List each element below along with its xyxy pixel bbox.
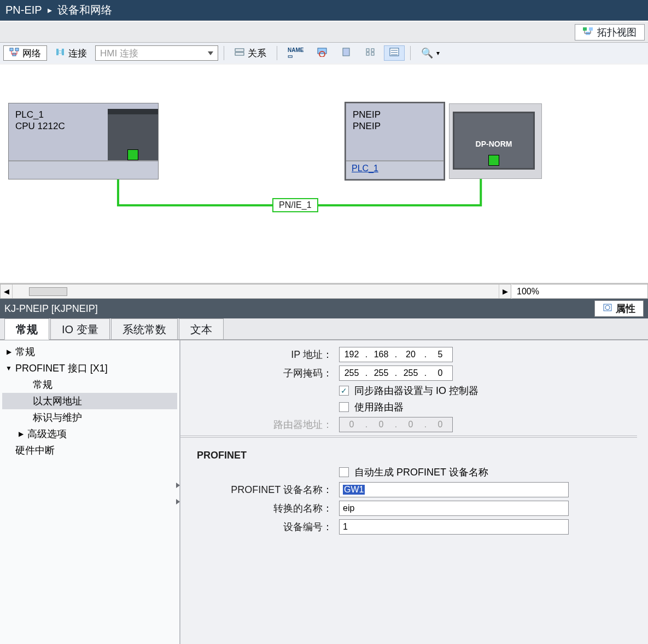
svg-rect-15: [371, 49, 374, 51]
relations-icon: [235, 48, 244, 59]
page-break-icon: [341, 47, 352, 60]
chevron-down-icon: [208, 51, 213, 55]
canvas-footer: ◀ ▶ 100%: [0, 283, 648, 299]
tree-profinet-interface[interactable]: ▼PROFINET 接口 [X1]: [2, 360, 177, 376]
tree-advanced[interactable]: ▶高级选项: [2, 426, 177, 442]
converted-name-label: 转换的名称：: [197, 502, 339, 515]
zoom-level-field[interactable]: 100%: [511, 284, 648, 299]
hmi-connection-combo[interactable]: HMI 连接: [95, 45, 218, 61]
tree-id-maintenance[interactable]: 标识与维护: [2, 409, 177, 426]
tree-general[interactable]: ▶常规: [2, 344, 177, 360]
topology-icon: [583, 26, 593, 38]
device-pneip-type: PNEIP: [353, 120, 437, 132]
network-name-label[interactable]: PN/IE_1: [272, 198, 318, 212]
profinet-section-header: PROFINET: [197, 450, 637, 461]
device-name-label: PROFINET 设备名称：: [197, 483, 339, 496]
properties-tab-label: 属性: [616, 302, 635, 315]
sync-router-checkbox[interactable]: [339, 386, 349, 396]
toolbar: 网络 连接 HMI 连接 关系 NAME▭ 🔍 ▾: [0, 43, 648, 65]
router-address-input: 0. 0. 0. 0: [339, 417, 453, 432]
zoom-button[interactable]: 🔍 ▾: [416, 45, 445, 61]
project-name: PN-EIP: [5, 4, 42, 16]
tb-icon-highlight[interactable]: [312, 45, 332, 61]
network-button-label: 网络: [22, 47, 41, 60]
properties-target-title: KJ-PNEIP [KJPNEIP]: [4, 303, 98, 315]
device-pneip-link[interactable]: PLC_1: [352, 164, 378, 173]
io-zone[interactable]: DP-NORM: [449, 103, 542, 179]
title-bar: PN-EIP ▸ 设备和网络: [0, 0, 648, 21]
tab-text[interactable]: 文本: [179, 318, 224, 339]
toolbar-separator: [277, 46, 277, 60]
network-canvas[interactable]: PLC_1 CPU 1212C PNEIP PNEIP PLC_1 DP-NOR…: [0, 65, 648, 283]
device-pneip-footer: PLC_1: [346, 160, 443, 179]
nav-tree[interactable]: ▶常规 ▼PROFINET 接口 [X1] 常规 以太网地址 标识与维护 ▶高级…: [0, 340, 180, 644]
svg-rect-17: [371, 53, 374, 55]
device-pneip-header: PNEIP PNEIP: [346, 103, 443, 132]
ip-address-input[interactable]: 192. 168. 20. 5: [339, 347, 453, 362]
zoom-dropdown-icon: ▾: [436, 49, 440, 57]
tab-io-variables[interactable]: IO 变量: [50, 318, 110, 339]
scroll-thumb[interactable]: [29, 287, 67, 296]
converted-name-input[interactable]: eip: [339, 501, 569, 516]
device-number-input[interactable]: 1: [339, 519, 569, 535]
zoom-icon: 🔍: [421, 48, 433, 58]
connections-icon: [55, 48, 65, 59]
subnet-mask-label: 子网掩码：: [197, 367, 339, 380]
use-router-checkbox[interactable]: [339, 402, 349, 412]
svg-rect-10: [235, 53, 244, 55]
highlight-icon: [317, 47, 328, 60]
auto-generate-name-label: 自动生成 PROFINET 设备名称: [354, 466, 488, 479]
caret-down-icon: ▼: [5, 364, 12, 372]
horizontal-scrollbar[interactable]: ◀ ▶: [0, 284, 511, 299]
svg-rect-3: [10, 48, 13, 51]
device-plc[interactable]: PLC_1 CPU 1212C: [8, 103, 159, 179]
tb-icon-grid[interactable]: [360, 45, 381, 61]
svg-rect-16: [366, 53, 369, 55]
device-pneip[interactable]: PNEIP PNEIP PLC_1 DP-NORM: [346, 103, 444, 179]
connections-button[interactable]: 连接: [50, 45, 92, 61]
caret-right-icon: ▶: [17, 430, 24, 438]
device-plc-rack[interactable]: [108, 109, 158, 164]
tree-pgeneral[interactable]: 常规: [2, 376, 177, 393]
device-number-label: 设备编号：: [197, 520, 339, 533]
network-button[interactable]: 网络: [3, 45, 47, 61]
router-address-label: 路由器地址：: [197, 418, 339, 431]
auto-generate-name-checkbox[interactable]: [339, 467, 349, 477]
svg-rect-0: [583, 27, 587, 31]
svg-rect-9: [235, 49, 244, 51]
tb-icon-name[interactable]: NAME▭: [283, 45, 308, 61]
tb-icon-pagebreak[interactable]: [336, 45, 357, 61]
properties-tab[interactable]: 属性: [594, 300, 644, 317]
tree-hw-interrupt[interactable]: 硬件中断: [2, 442, 177, 459]
breadcrumb-separator-icon: ▸: [48, 5, 52, 15]
tab-general[interactable]: 常规: [4, 318, 49, 340]
properties-header-bar: KJ-PNEIP [KJPNEIP] 属性: [0, 299, 648, 318]
toolbar-separator: [224, 46, 224, 60]
device-name-input[interactable]: GW1: [339, 482, 569, 497]
hmi-combo-placeholder: HMI 连接: [100, 47, 138, 60]
form-area: IP 地址： 192. 168. 20. 5 子网掩码： 255. 255. 2…: [180, 340, 648, 644]
device-plc-footer: [9, 160, 158, 179]
plc-port-icon[interactable]: [127, 149, 138, 160]
zoom-level-value: 100%: [517, 287, 539, 297]
tab-system-constants[interactable]: 系统常数: [111, 318, 178, 339]
splitter-handle[interactable]: [175, 477, 180, 510]
view-tabs-row: 拓扑视图: [0, 21, 648, 43]
connections-button-label: 连接: [68, 47, 87, 60]
topology-view-tab[interactable]: 拓扑视图: [575, 24, 645, 40]
scroll-left-icon[interactable]: ◀: [1, 285, 13, 298]
subnet-mask-input[interactable]: 255. 255. 255. 0: [339, 365, 453, 381]
relations-button[interactable]: 关系: [230, 45, 271, 61]
relations-button-label: 关系: [248, 47, 266, 60]
dp-norm-module[interactable]: DP-NORM: [453, 112, 535, 170]
page-title: 设备和网络: [57, 3, 112, 18]
tb-icon-list-active[interactable]: [384, 45, 405, 61]
tree-ethernet-address[interactable]: 以太网地址: [2, 393, 177, 409]
use-router-label: 使用路由器: [354, 401, 404, 414]
svg-rect-7: [62, 49, 64, 55]
module-port-icon[interactable]: [488, 155, 499, 166]
svg-rect-1: [589, 27, 593, 31]
scroll-right-icon[interactable]: ▶: [499, 285, 511, 298]
properties-icon: [603, 303, 612, 315]
caret-right-icon: ▶: [5, 348, 12, 356]
